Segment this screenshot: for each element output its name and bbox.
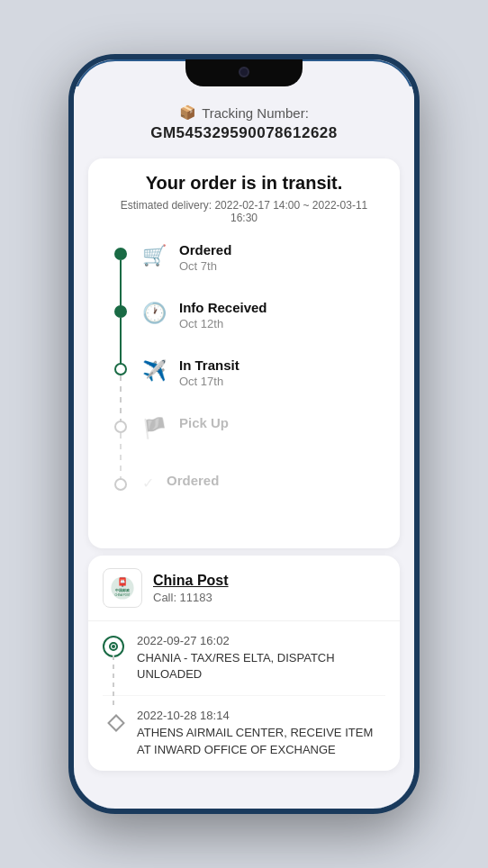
- timeline-left-info: [106, 300, 135, 365]
- event-content-2: 2022-10-28 18:14 ATHENS AIRMAIL CENTER, …: [137, 709, 385, 757]
- timeline-step-in-transit: ✈️ In Transit Oct 17th: [142, 357, 382, 415]
- step-date-ordered: Oct 7th: [179, 259, 382, 273]
- event-indicator-diamond: [107, 714, 125, 732]
- step-title-in-transit: In Transit: [179, 357, 382, 373]
- content-delivered: Ordered: [167, 473, 382, 502]
- timeline-step-delivered: ✓ Ordered: [142, 473, 382, 530]
- carrier-call: Call: 11183: [153, 591, 385, 604]
- event-description-2: ATHENS AIRMAIL CENTER, RECEIVE ITEM AT I…: [137, 725, 385, 757]
- content-ordered: Ordered Oct 7th: [179, 242, 382, 287]
- icon-info-received: 🕐: [142, 302, 167, 325]
- status-title: Your order is in transit.: [106, 173, 382, 194]
- step-date-info-received: Oct 12th: [179, 317, 382, 330]
- tracking-header: 📦 Tracking Number: GM545329590078612628: [74, 86, 414, 151]
- carrier-name[interactable]: China Post: [153, 573, 385, 589]
- icon-pickup: 🏴: [142, 417, 167, 440]
- dot-pickup: [114, 420, 127, 433]
- svg-text:中国邮政: 中国邮政: [115, 588, 131, 592]
- event-description-1: CHANIA - TAX/RES ELTA, DISPATCH UNLOADED: [137, 650, 385, 683]
- event-circle-icon-1: [108, 641, 119, 652]
- event-timestamp-2: 2022-10-28 18:14: [137, 709, 385, 722]
- package-icon: 📦: [179, 104, 196, 121]
- svg-text:📮: 📮: [117, 576, 129, 588]
- status-card: Your order is in transit. Estimated deli…: [88, 158, 400, 548]
- timeline: 🛒 Ordered Oct 7th 🕐 Info Received: [106, 242, 382, 530]
- svg-text:CHINA POST: CHINA POST: [115, 593, 131, 597]
- step-title-delivered: Ordered: [167, 473, 382, 488]
- event-indicator-1: [103, 636, 124, 657]
- content-in-transit: In Transit Oct 17th: [179, 357, 382, 402]
- timeline-step-info-received: 🕐 Info Received Oct 12th: [142, 300, 382, 357]
- carrier-logo-inner: 📮 中国邮政 CHINA POST: [104, 569, 141, 607]
- timeline-step-ordered: 🛒 Ordered Oct 7th: [142, 242, 382, 300]
- event-diamond-wrapper: [103, 712, 124, 729]
- tracking-event-2: 2022-10-28 18:14 ATHENS AIRMAIL CENTER, …: [103, 696, 385, 770]
- timeline-step-pickup: 🏴 Pick Up: [142, 415, 382, 473]
- dot-transit: [114, 363, 127, 375]
- carrier-header: 📮 中国邮政 CHINA POST China Post Call: 11183: [88, 556, 400, 621]
- phone-notch: [185, 59, 303, 86]
- carrier-logo: 📮 中国邮政 CHINA POST: [103, 568, 142, 608]
- tracking-number[interactable]: GM545329590078612628: [92, 124, 396, 142]
- icon-in-transit: ✈️: [142, 359, 167, 383]
- step-title-pickup: Pick Up: [179, 415, 382, 430]
- event-timestamp-1: 2022-09-27 16:02: [137, 634, 385, 647]
- carrier-section: 📮 中国邮政 CHINA POST China Post Call: 11183: [88, 556, 400, 771]
- dot-ordered: [114, 248, 127, 260]
- screen-content: 📦 Tracking Number: GM545329590078612628 …: [74, 86, 414, 809]
- tracking-event-1: 2022-09-27 16:02 CHANIA - TAX/RES ELTA, …: [103, 621, 385, 696]
- icon-ordered: 🛒: [142, 244, 167, 267]
- dot-info: [114, 305, 127, 318]
- tracking-events: 2022-09-27 16:02 CHANIA - TAX/RES ELTA, …: [88, 621, 400, 771]
- content-pickup: Pick Up: [179, 415, 382, 445]
- china-post-logo-svg: 📮 中国邮政 CHINA POST: [110, 575, 135, 601]
- content-info-received: Info Received Oct 12th: [179, 300, 382, 345]
- step-title-ordered: Ordered: [179, 242, 382, 258]
- event-content-1: 2022-09-27 16:02 CHANIA - TAX/RES ELTA, …: [137, 634, 385, 683]
- step-date-in-transit: Oct 17th: [179, 375, 382, 388]
- timeline-left-transit: [106, 357, 135, 422]
- estimated-delivery: Estimated delivery: 2022-02-17 14:00 ~ 2…: [106, 199, 382, 224]
- dot-delivered: [114, 478, 127, 491]
- carrier-info: China Post Call: 11183: [153, 573, 385, 604]
- timeline-left-ordered: [106, 242, 135, 307]
- timeline-left-pickup: [106, 415, 135, 480]
- camera: [239, 67, 249, 77]
- step-title-info-received: Info Received: [179, 300, 382, 315]
- phone-frame: 📦 Tracking Number: GM545329590078612628 …: [68, 54, 420, 814]
- svg-point-5: [112, 645, 115, 648]
- timeline-left-delivered: [106, 473, 135, 491]
- tracking-label: 📦 Tracking Number:: [92, 104, 396, 121]
- icon-delivered: ✓: [142, 475, 154, 492]
